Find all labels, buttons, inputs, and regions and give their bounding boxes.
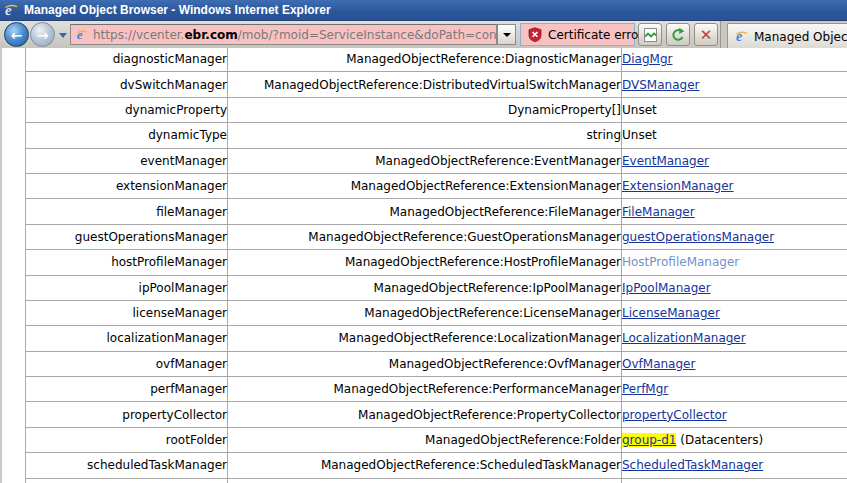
address-input[interactable]: e https://vcenter.ebr.com/mob/?moid=Serv… [70, 24, 497, 45]
refresh-button[interactable] [666, 23, 690, 46]
svg-text:e: e [5, 2, 12, 18]
property-type-cell: string [228, 123, 622, 148]
property-name-cell: hostProfileManager [26, 250, 228, 275]
table-row: propertyCollector ManagedObjectReference… [26, 402, 847, 427]
tab-ie-icon: e [734, 29, 749, 44]
property-type-cell: DynamicProperty[] [228, 97, 622, 122]
certificate-error-label: Certificate error [548, 28, 643, 42]
table-row: eventManager ManagedObjectReference:Even… [26, 148, 847, 173]
address-dropdown-button[interactable] [497, 24, 516, 45]
back-button[interactable]: ← [4, 22, 29, 47]
property-type-cell: ManagedObjectReference:OvfManager [228, 351, 622, 376]
table-row: diagnosticManager ManagedObjectReference… [26, 48, 847, 72]
property-name-cell: eventManager [26, 148, 228, 173]
table-row: dvSwitchManager ManagedObjectReference:D… [26, 72, 847, 97]
navigation-toolbar: ← → e https://vcenter.ebr.com/mob/?moid=… [0, 20, 847, 48]
property-name-cell [26, 478, 228, 483]
window-title: Managed Object Browser - Windows Interne… [24, 3, 331, 17]
property-name-cell: licenseManager [26, 300, 228, 325]
property-name-cell: dynamicType [26, 123, 228, 148]
property-type-cell: ManagedObjectReference:HostProfileManage… [228, 250, 622, 275]
recent-pages-chevron-icon[interactable] [59, 33, 67, 38]
property-type-cell: ManagedObjectReference:IpPoolManager [228, 275, 622, 300]
property-type-cell: ManagedObjectReference:ScheduledTaskMana… [228, 453, 622, 478]
refresh-icon [670, 27, 686, 43]
property-type-cell: ManagedObjectReference:PropertyCollector [228, 402, 622, 427]
property-type-cell: ManagedObjectReference:GuestOperationsMa… [228, 224, 622, 249]
forward-button[interactable]: → [30, 22, 55, 47]
property-name-cell: dynamicProperty [26, 97, 228, 122]
property-name-cell: rootFolder [26, 427, 228, 452]
property-type-cell: ManagedObjectReference:ExtensionManager [228, 173, 622, 198]
property-name-cell: extensionManager [26, 173, 228, 198]
value-link[interactable]: DiagMgr [622, 52, 672, 66]
certificate-error-badge[interactable]: Certificate error [520, 23, 635, 46]
value-link[interactable]: IpPoolManager [622, 281, 711, 295]
url-path: /mob/?moid=ServiceInstance&doPath=conten… [238, 28, 497, 42]
url-domain: ebr.com [184, 28, 237, 42]
table-row: ovfManager ManagedObjectReference:OvfMan… [26, 351, 847, 376]
svg-text:e: e [77, 28, 83, 42]
value-link[interactable]: OvfManager [622, 357, 695, 371]
value-link-visited[interactable]: HostProfileManager [622, 255, 739, 269]
page-ie-icon: e [75, 28, 89, 42]
property-name-cell: perfManager [26, 377, 228, 402]
property-type-cell: ManagedObjectReference:Folder [228, 427, 622, 452]
value-text: Unset [622, 128, 657, 142]
table-row: perfManager ManagedObjectReference:Perfo… [26, 377, 847, 402]
value-link[interactable]: propertyCollector [622, 408, 727, 422]
value-link-highlighted[interactable]: group-d1 [622, 433, 676, 447]
value-link[interactable]: ExtensionManager [622, 179, 734, 193]
svg-text:e: e [736, 29, 742, 44]
browser-window: { "window": { "title": "Managed Object B… [0, 0, 847, 483]
value-link[interactable]: PerfMgr [622, 382, 668, 396]
property-name-cell: dvSwitchManager [26, 72, 228, 97]
property-type-cell: ManagedObjectReference:EventManager [228, 148, 622, 173]
value-text: Unset [622, 103, 657, 117]
property-type-cell: ManagedObjectReference:FileManager [228, 199, 622, 224]
property-name-cell: ovfManager [26, 351, 228, 376]
ie-logo-icon: e [3, 2, 19, 18]
tab-title: Managed Object Brow [754, 30, 847, 44]
table-row: hostProfileManager ManagedObjectReferenc… [26, 250, 847, 275]
property-name-cell: fileManager [26, 199, 228, 224]
title-bar: e Managed Object Browser - Windows Inter… [0, 0, 847, 20]
value-link[interactable]: FileManager [622, 205, 695, 219]
property-type-cell [228, 478, 622, 483]
value-link[interactable]: LicenseManager [622, 306, 720, 320]
table-row: guestOperationsManager ManagedObjectRefe… [26, 224, 847, 249]
value-link[interactable]: guestOperationsManager [622, 230, 774, 244]
property-name-cell: scheduledTaskManager [26, 453, 228, 478]
table-row: scheduledTaskManager ManagedObjectRefere… [26, 453, 847, 478]
value-link[interactable]: ScheduledTaskManager [622, 458, 763, 472]
value-link[interactable]: EventManager [622, 154, 709, 168]
stop-x-icon: ✕ [700, 26, 713, 44]
compatibility-view-button[interactable] [638, 23, 662, 46]
table-row: ipPoolManager ManagedObjectReference:IpP… [26, 275, 847, 300]
value-suffix: (Datacenters) [676, 433, 763, 447]
table-row: localizationManager ManagedObjectReferen… [26, 326, 847, 351]
url-text: https://vcenter.ebr.com/mob/?moid=Servic… [93, 28, 497, 42]
table-row: fileManager ManagedObjectReference:FileM… [26, 199, 847, 224]
page-content: diagnosticManager ManagedObjectReference… [0, 48, 847, 483]
value-link[interactable]: DVSManager [622, 78, 699, 92]
property-value-cell [622, 478, 847, 483]
table-row: licenseManager ManagedObjectReference:Li… [26, 300, 847, 325]
broken-page-icon [643, 27, 658, 43]
table-row-partial [26, 478, 847, 483]
property-type-cell: ManagedObjectReference:LicenseManager [228, 300, 622, 325]
properties-table: diagnosticManager ManagedObjectReference… [25, 48, 847, 483]
table-row: dynamicType string Unset [26, 123, 847, 148]
property-name-cell: propertyCollector [26, 402, 228, 427]
tab-managed-object-browser[interactable]: e Managed Object Brow [727, 23, 847, 49]
property-name-cell: diagnosticManager [26, 48, 228, 72]
url-prefix: https://vcenter. [93, 28, 184, 42]
property-name-cell: localizationManager [26, 326, 228, 351]
stop-button[interactable]: ✕ [694, 23, 718, 46]
property-type-cell: ManagedObjectReference:DiagnosticManager [228, 48, 622, 72]
property-name-cell: ipPoolManager [26, 275, 228, 300]
security-shield-icon [528, 27, 542, 42]
dropdown-arrow-icon [503, 33, 511, 37]
property-name-cell: guestOperationsManager [26, 224, 228, 249]
value-link[interactable]: LocalizationManager [622, 331, 746, 345]
